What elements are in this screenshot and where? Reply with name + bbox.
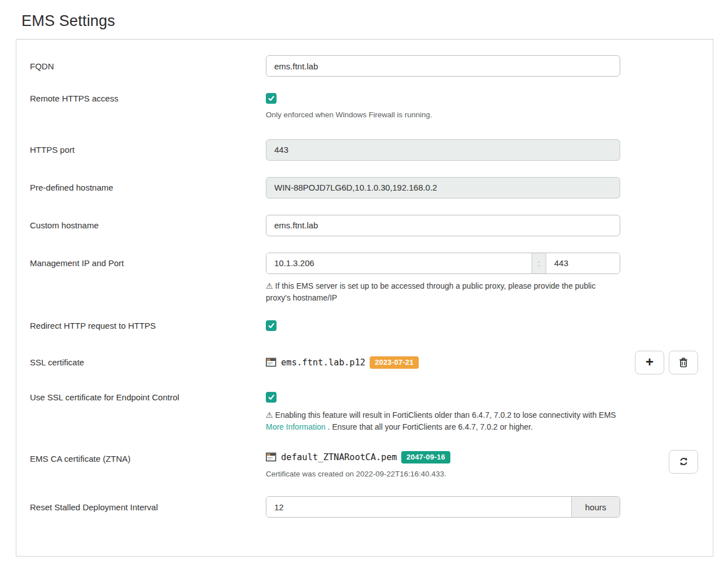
trash-icon bbox=[679, 357, 688, 368]
ems-ca-created-help: Certificate was created on 2022-09-22T16… bbox=[266, 469, 620, 480]
forticlient-warning-after: . Ensure that all your FortiClients are … bbox=[326, 422, 533, 431]
refresh-icon bbox=[679, 457, 688, 466]
ems-settings-page: EMS Settings FQDN Remote HTTPS access On… bbox=[0, 0, 728, 557]
field-row-ems-ca-certificate: EMS CA certificate (ZTNA) default_ZTNARo… bbox=[30, 451, 699, 480]
remote-https-checkbox[interactable] bbox=[266, 93, 277, 104]
management-ip-port-label: Management IP and Port bbox=[30, 253, 266, 268]
delete-certificate-button[interactable] bbox=[669, 351, 698, 374]
reset-interval-group: hours bbox=[266, 496, 620, 518]
forticlient-compat-warning: ⚠Enabling this feature will result in Fo… bbox=[266, 409, 620, 433]
ems-ca-certificate-filename: default_ZTNARootCA.pem bbox=[281, 452, 397, 462]
remote-https-help: Only enforced when Windows Firewall is r… bbox=[266, 109, 620, 121]
settings-panel: FQDN Remote HTTPS access Only enforced w… bbox=[16, 39, 713, 557]
use-ssl-endpoint-label: Use SSL certificate for Endpoint Control bbox=[30, 392, 266, 402]
warning-icon: ⚠ bbox=[266, 281, 273, 290]
reset-interval-label: Reset Stalled Deployment Interval bbox=[30, 502, 266, 512]
plus-icon: + bbox=[646, 355, 654, 369]
page-title: EMS Settings bbox=[21, 12, 728, 30]
reset-interval-input[interactable] bbox=[266, 497, 571, 517]
ssl-certificate-filename: ems.ftnt.lab.p12 bbox=[281, 357, 365, 368]
certificate-icon bbox=[266, 357, 277, 367]
redirect-http-checkbox[interactable] bbox=[266, 320, 277, 331]
checkmark-icon bbox=[267, 95, 275, 102]
predefined-hostname-label: Pre-defined hostname bbox=[30, 183, 266, 192]
custom-hostname-label: Custom hostname bbox=[30, 220, 266, 230]
management-port-input[interactable] bbox=[546, 253, 620, 273]
ems-ca-expiry-badge: 2047-09-16 bbox=[401, 451, 450, 463]
ssl-certificate-expiry-badge: 2023-07-21 bbox=[370, 356, 419, 369]
hours-unit-addon: hours bbox=[571, 497, 620, 517]
checkmark-icon bbox=[267, 394, 275, 401]
use-ssl-endpoint-checkbox[interactable] bbox=[266, 392, 277, 403]
field-row-use-ssl-endpoint: Use SSL certificate for Endpoint Control… bbox=[30, 392, 699, 433]
remote-https-label: Remote HTTPS access bbox=[30, 93, 266, 103]
field-row-ssl-certificate: SSL certificate ems.ftnt.lab.p12 2023-07… bbox=[30, 351, 699, 374]
ip-port-separator: : bbox=[532, 253, 546, 273]
field-row-management-ip-port: Management IP and Port : ⚠If this EMS se… bbox=[30, 253, 699, 304]
management-ip-port-group: : bbox=[266, 253, 620, 274]
refresh-certificate-button[interactable] bbox=[669, 450, 698, 474]
field-row-redirect-http: Redirect HTTP request to HTTPS bbox=[30, 320, 699, 332]
forticlient-warning-before: Enabling this feature will result in For… bbox=[275, 410, 616, 420]
fqdn-label: FQDN bbox=[30, 61, 266, 71]
custom-hostname-input[interactable] bbox=[266, 215, 620, 236]
warning-icon: ⚠ bbox=[266, 410, 273, 420]
fqdn-input[interactable] bbox=[266, 55, 620, 77]
management-proxy-warning-text: If this EMS server is set up to be acces… bbox=[266, 281, 595, 302]
field-row-fqdn: FQDN bbox=[30, 55, 699, 77]
field-row-predefined-hostname: Pre-defined hostname bbox=[30, 177, 699, 198]
field-row-custom-hostname: Custom hostname bbox=[30, 215, 699, 236]
ems-ca-certificate-label: EMS CA certificate (ZTNA) bbox=[30, 451, 266, 463]
certificate-icon bbox=[266, 452, 277, 462]
redirect-http-label: Redirect HTTP request to HTTPS bbox=[30, 320, 266, 330]
https-port-label: HTTPS port bbox=[30, 145, 266, 154]
field-row-https-port: HTTPS port bbox=[30, 139, 699, 161]
add-certificate-button[interactable]: + bbox=[635, 351, 664, 374]
checkmark-icon bbox=[267, 322, 275, 329]
predefined-hostname-input bbox=[266, 177, 620, 198]
more-information-link[interactable]: More Information bbox=[266, 422, 326, 431]
field-row-reset-interval: Reset Stalled Deployment Interval hours bbox=[30, 496, 699, 518]
ssl-certificate-label: SSL certificate bbox=[30, 357, 266, 367]
management-ip-input[interactable] bbox=[266, 253, 532, 273]
https-port-input bbox=[266, 139, 620, 161]
field-row-remote-https: Remote HTTPS access Only enforced when W… bbox=[30, 93, 699, 121]
management-proxy-warning: ⚠If this EMS server is set up to be acce… bbox=[266, 280, 620, 304]
